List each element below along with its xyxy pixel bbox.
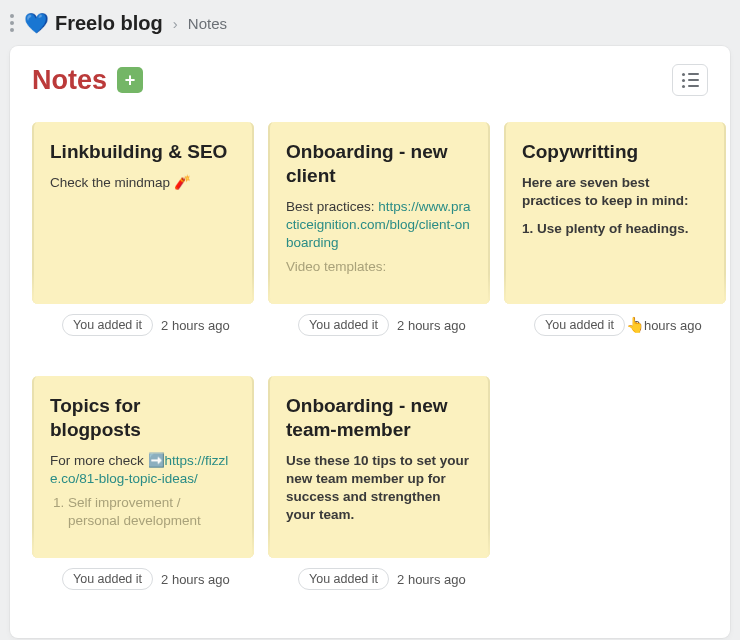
note-timestamp: 2 hours ago xyxy=(397,318,466,333)
note-meta: You added it 2 hours ago xyxy=(268,314,490,336)
list-item: Self improvement / personal development xyxy=(68,494,236,530)
note-card[interactable]: Onboarding - new client Best practices: … xyxy=(268,122,490,336)
breadcrumb-bar: 💙 Freelo blog › Notes xyxy=(0,0,740,46)
breadcrumb-current: Notes xyxy=(188,15,227,32)
note-title: Copywritting xyxy=(522,140,708,164)
view-toggle-button[interactable] xyxy=(672,64,708,96)
note-timestamp: 2 hours ago xyxy=(397,572,466,587)
page-title: Notes xyxy=(32,65,107,96)
note-title: Linkbuilding & SEO xyxy=(50,140,236,164)
add-note-button[interactable]: + xyxy=(117,67,143,93)
breadcrumb-separator: › xyxy=(173,15,178,32)
note-title: Topics for blogposts xyxy=(50,394,236,442)
plus-icon: + xyxy=(125,70,136,91)
note-body-label: Best practices: xyxy=(286,199,375,214)
heart-icon: 💙 xyxy=(24,11,49,35)
note-faded-text: Video templates: xyxy=(286,258,472,276)
author-badge: You added it xyxy=(298,568,389,590)
breadcrumb-app[interactable]: Freelo blog xyxy=(55,12,163,35)
note-bold-text: Here are seven best practices to keep in… xyxy=(522,175,689,208)
note-card[interactable]: Copywritting Here are seven best practic… xyxy=(504,122,726,336)
author-badge: You added it xyxy=(534,314,625,336)
note-card[interactable]: Onboarding - new team-member Use these 1… xyxy=(268,376,490,590)
panel-header: Notes + xyxy=(32,64,708,96)
note-meta: You added it 2 hours ago xyxy=(268,568,490,590)
note-body-text: Check the mindmap 🧨 xyxy=(50,174,236,192)
note-body-prefix: For more check ➡️ xyxy=(50,453,165,468)
note-timestamp: 2 hours ago xyxy=(161,572,230,587)
note-meta: You added it 2 hours ago xyxy=(32,568,254,590)
note-bold-text: 1. Use plenty of headings. xyxy=(522,221,689,236)
author-badge: You added it xyxy=(62,314,153,336)
author-badge: You added it xyxy=(62,568,153,590)
note-card[interactable]: Topics for blogposts For more check ➡️ht… xyxy=(32,376,254,590)
note-meta: You added it 2 hours ago xyxy=(32,314,254,336)
note-meta: You added it 2 hours ago xyxy=(504,314,726,336)
note-card[interactable]: Linkbuilding & SEO Check the mindmap 🧨 Y… xyxy=(32,122,254,336)
note-bold-text: Use these 10 tips to set your new team m… xyxy=(286,453,469,523)
note-timestamp: 2 hours ago xyxy=(633,318,702,333)
notes-grid: Linkbuilding & SEO Check the mindmap 🧨 Y… xyxy=(32,122,708,590)
note-title: Onboarding - new client xyxy=(286,140,472,188)
notes-panel: Notes + Linkbuilding & SEO Check the min… xyxy=(10,46,730,638)
note-title: Onboarding - new team-member xyxy=(286,394,472,442)
note-timestamp: 2 hours ago xyxy=(161,318,230,333)
author-badge: You added it xyxy=(298,314,389,336)
list-icon xyxy=(682,73,699,88)
menu-dots-icon[interactable] xyxy=(6,8,18,38)
